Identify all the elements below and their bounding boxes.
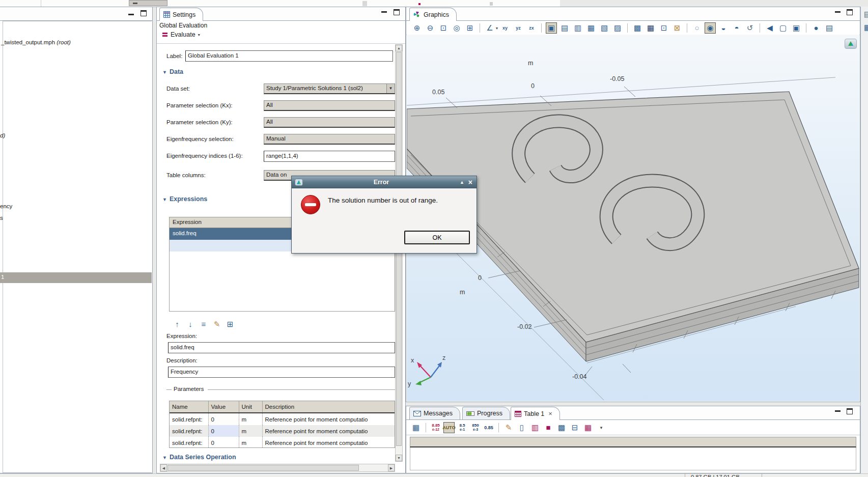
tab-graphics[interactable]: Graphics <box>409 8 457 21</box>
settings-horizontal-scrollbar[interactable]: ◀ ▶ <box>160 464 395 472</box>
scientific-notation-icon[interactable]: 8.5e-1 <box>457 422 468 433</box>
model-tree-fragment[interactable]: ency <box>0 203 12 209</box>
cropped-ribbon-button[interactable] <box>129 0 167 6</box>
copy-table-icon[interactable]: ▩ <box>556 422 567 433</box>
section-expressions[interactable]: ▼Expressions <box>162 195 207 203</box>
model-tree-selected-row[interactable]: 1 <box>0 272 152 283</box>
print-icon[interactable]: ▤ <box>824 22 835 34</box>
cell-color-icon[interactable]: ■ <box>543 422 554 433</box>
export-table-icon[interactable]: ⊟ <box>569 422 580 433</box>
evaluate-dropdown-icon[interactable]: ▾ <box>198 33 200 37</box>
move-up-icon[interactable]: ↑ <box>172 319 183 330</box>
insert-table-icon[interactable]: ▥ <box>529 422 541 433</box>
zx-view-icon[interactable]: zx <box>526 22 537 34</box>
param-row[interactable]: solid.refpnt:0 mReference point for mome… <box>170 425 395 437</box>
label-field-input[interactable]: Global Evaluation 1 <box>185 50 393 62</box>
eigenfrequency-selection-combo[interactable]: Manual <box>264 134 395 145</box>
model-tree-fragment[interactable]: d) <box>0 132 5 138</box>
result-table-body[interactable] <box>410 447 856 470</box>
parameter-ky-combo[interactable]: All <box>264 117 395 128</box>
evaluate-button[interactable]: Evaluate ▾ <box>162 31 201 38</box>
move-down-icon[interactable]: ↓ <box>185 319 196 330</box>
viewport-box-icon[interactable]: ▣ <box>791 22 802 34</box>
model-builder-minimize-button[interactable] <box>128 14 134 15</box>
tab-table-1[interactable]: Table 1 × <box>511 407 560 420</box>
model-builder-maximize-button[interactable] <box>141 10 147 16</box>
data-set-combo-arrow-icon[interactable]: ▼ <box>386 84 395 93</box>
param-col-name[interactable]: Name <box>170 401 208 413</box>
comsol-floating-button[interactable] <box>845 39 857 49</box>
engineering-notation-icon[interactable]: 850e-3 <box>470 422 481 433</box>
zoom-selected-icon[interactable]: ◎ <box>451 22 462 34</box>
graphics-minimize-button[interactable] <box>835 11 841 13</box>
decimal-notation-icon[interactable]: 0.85 <box>483 422 494 433</box>
camera-snapshot-icon[interactable]: ● <box>810 22 822 34</box>
select-box-icon[interactable]: ⊡ <box>658 22 669 34</box>
scene-light-icon[interactable]: ▣ <box>546 22 557 34</box>
orthographic-projection-icon[interactable]: ▧ <box>599 22 610 34</box>
scene-box-icon[interactable]: ▢ <box>777 22 789 34</box>
tab-settings[interactable]: Settings <box>159 8 203 21</box>
clear-table-icon[interactable]: ✎ <box>503 422 514 433</box>
wireframe-rendering-icon[interactable]: ▥ <box>572 22 583 34</box>
copy-image-icon[interactable]: ▩ <box>632 22 643 34</box>
result-table-header[interactable] <box>410 437 856 447</box>
table-panel-minimize-button[interactable] <box>835 410 841 412</box>
delete-table-icon[interactable]: ▯ <box>516 422 527 433</box>
close-tab-icon[interactable]: × <box>548 410 552 417</box>
settings-minimize-button[interactable] <box>381 11 387 13</box>
deselect-box-icon[interactable]: ⊠ <box>671 22 683 34</box>
undo-icon[interactable]: ↺ <box>744 22 755 34</box>
hidden-lines-icon[interactable]: ▦ <box>585 22 597 34</box>
zoom-out-icon[interactable]: ⊖ <box>425 22 436 34</box>
param-row[interactable]: solid.refpnt:0 mReference point for mome… <box>170 437 395 448</box>
param-col-value[interactable]: Value <box>208 401 239 413</box>
hide-selected-icon[interactable]: ◒ <box>718 22 729 34</box>
hide-objects-icon[interactable]: ○ <box>691 22 703 34</box>
clear-expressions-icon[interactable]: ✎ <box>211 319 222 330</box>
delete-expression-icon[interactable]: ≡ <box>198 319 209 330</box>
expression-field-input[interactable]: solid.freq <box>168 342 395 353</box>
param-row[interactable]: solid.refpnt:0 mReference point for mome… <box>170 413 395 425</box>
zoom-in-icon[interactable]: ⊕ <box>411 22 423 34</box>
model-tree-fragment[interactable]: s <box>0 215 3 221</box>
edit-table-icon[interactable]: ⊞ <box>225 319 236 330</box>
graphics-maximize-button[interactable] <box>847 9 853 15</box>
error-dialog-titlebar[interactable]: Error ▲ × <box>292 176 477 188</box>
reset-hiding-icon[interactable]: ◓ <box>731 22 742 34</box>
dialog-close-icon[interactable]: × <box>468 178 472 186</box>
settings-maximize-button[interactable] <box>394 9 400 15</box>
table-panel-maximize-button[interactable] <box>847 408 853 414</box>
dialog-shade-icon[interactable]: ▲ <box>460 180 464 185</box>
data-set-combo[interactable]: Study 1/Parametric Solutions 1 (sol2) ▼ <box>264 83 395 94</box>
zoom-box-icon[interactable]: ⊡ <box>438 22 449 34</box>
auto-notation-icon[interactable]: AUTO <box>443 422 455 433</box>
image-snapshot-icon[interactable]: ▦ <box>645 22 656 34</box>
cropped-grid-icon[interactable]: ▦ <box>862 22 868 33</box>
table-window-icon[interactable]: ▦ <box>582 422 594 433</box>
cropped-print-icon[interactable]: ▤ <box>862 9 868 20</box>
yz-view-icon[interactable]: yz <box>513 22 524 34</box>
section-data[interactable]: ▼Data <box>162 68 183 75</box>
zoom-extents-icon[interactable]: ⊞ <box>464 22 475 34</box>
full-precision-icon[interactable]: 8.85e-12 <box>430 422 441 433</box>
view-direction-icon[interactable]: ◀ <box>764 22 775 34</box>
tab-messages[interactable]: Messages <box>409 407 460 420</box>
section-data-series-operation[interactable]: ▼Data Series Operation <box>162 454 236 461</box>
model-root-node[interactable]: _twisted_output.mph (root) <box>1 39 71 45</box>
eigenfrequency-indices-input[interactable]: range(1,1,4) <box>264 151 395 162</box>
param-col-description[interactable]: Description <box>262 401 395 413</box>
param-col-unit[interactable]: Unit <box>239 401 262 413</box>
parameter-kx-combo[interactable]: All <box>264 100 395 111</box>
default-3d-view-icon[interactable]: ∠ <box>484 22 495 34</box>
ok-button[interactable]: OK <box>404 231 470 244</box>
default-3d-view-dropdown-icon[interactable]: ▾ <box>496 26 498 31</box>
description-field-input[interactable]: Frequency <box>168 367 395 378</box>
show-objects-icon[interactable]: ◉ <box>705 22 716 34</box>
disable-rendering-icon[interactable]: ▨ <box>612 22 623 34</box>
tab-progress[interactable]: Progress <box>462 407 510 420</box>
more-options-icon[interactable]: ▾ <box>596 422 607 433</box>
transparency-icon[interactable]: ▤ <box>559 22 570 34</box>
xy-view-icon[interactable]: xy <box>499 22 511 34</box>
table-settings-icon[interactable]: ▦ <box>410 422 422 433</box>
